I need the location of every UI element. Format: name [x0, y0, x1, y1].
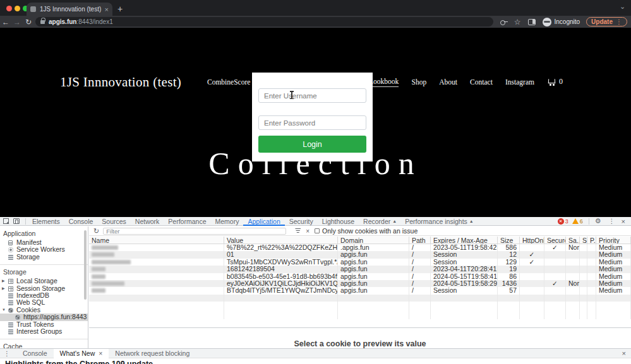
cookie-row[interactable]: %7B%22_rt%22%3A%22DQZFKeZHwD3E8Cmqwmu...…	[89, 244, 631, 251]
forward-icon[interactable]: →	[11, 18, 23, 26]
column-header-p[interactable]: P..	[587, 237, 596, 244]
devtools-tab-recorder[interactable]: Recorder	[359, 217, 395, 226]
cart-button[interactable]: 0	[548, 77, 563, 86]
column-header-sa[interactable]: Sa...	[566, 237, 580, 244]
password-key-icon[interactable]	[500, 18, 508, 26]
error-badge-icon[interactable]: ✕	[558, 218, 564, 225]
cookie-cell	[544, 273, 566, 280]
empty-cell	[431, 302, 498, 319]
page-title: 1JS Innnovation (test)	[60, 74, 181, 90]
devtools-tab-console[interactable]: Console	[64, 217, 98, 226]
cookie-cell: apgis.fun	[338, 280, 409, 287]
window-close-button[interactable]	[6, 6, 12, 11]
bookmark-star-icon[interactable]: ☆	[514, 18, 521, 26]
refresh-icon[interactable]: ↻	[93, 227, 99, 235]
sidebar-scrollbar[interactable]	[84, 230, 87, 300]
cookie-filter-input[interactable]	[103, 228, 286, 235]
browser-tab[interactable]: 1JS Innnovation (test) ×	[27, 3, 112, 16]
settings-gear-icon[interactable]: ⚙	[595, 217, 601, 225]
drawer-tab-console[interactable]: Console	[16, 349, 54, 358]
cookie-row[interactable]: TsMpui-1MbCXDVWyS2wRnTTvgpl.*AAJTSQACMDE…	[89, 259, 631, 266]
chevron-right-icon[interactable]: ▶	[2, 278, 5, 285]
column-header-size[interactable]: Size	[498, 237, 520, 244]
cookie-cell	[566, 273, 580, 280]
browser-menu-icon[interactable]: ⋮	[616, 18, 622, 25]
error-count: 3	[565, 218, 568, 225]
chevron-right-icon[interactable]: ▶	[2, 285, 5, 292]
only-issue-checkbox[interactable]	[315, 228, 320, 233]
column-header-value[interactable]: Value	[224, 237, 338, 244]
devtools-tab-application[interactable]: Application	[243, 217, 284, 226]
cookie-row[interactable]: 1681242189504apgis.fun/2023-04-11T20:28:…	[89, 266, 631, 273]
cookie-row[interactable]: BTdqb4lTYj5/MTE1YWQwZTJmNDcyN2MxNjBkOTFm…	[89, 287, 631, 294]
column-header-s[interactable]: S..	[580, 237, 587, 244]
lock-icon[interactable]	[40, 20, 45, 24]
redacted-name	[92, 260, 131, 264]
tab-close-icon[interactable]: ×	[105, 6, 109, 13]
chevron-down-icon[interactable]: ▼	[2, 307, 6, 314]
cookie-row[interactable]: 01apgis.fun/Session12✓Medium	[89, 251, 631, 258]
drawer-tab-network-request-blocking[interactable]: Network request blocking	[109, 349, 196, 358]
sidebar-item-storage[interactable]: Storage	[0, 254, 88, 261]
nav-link-shop[interactable]: Shop	[411, 78, 426, 87]
column-header-path[interactable]: Path	[409, 237, 431, 244]
login-button[interactable]: Login	[258, 136, 366, 153]
column-header-domain[interactable]: Domain	[338, 237, 409, 244]
devtools-tab-memory[interactable]: Memory	[210, 217, 243, 226]
sidebar-item-web-sql[interactable]: Web SQL	[0, 299, 88, 306]
sidebar-item-service-workers[interactable]: Service Workers	[0, 246, 88, 253]
address-bar[interactable]: apgis.fun:8443/index1	[35, 17, 493, 26]
window-minimize-button[interactable]	[15, 6, 20, 11]
devtools-menu-icon[interactable]: ⋮	[609, 218, 615, 225]
sidebar-item-interest-groups[interactable]: Interest Groups	[0, 328, 88, 335]
devtools-tab-performance[interactable]: Performance	[164, 217, 210, 226]
devtools-tab-performance-insights[interactable]: Performance insights	[400, 217, 472, 226]
back-icon[interactable]: ←	[0, 18, 11, 26]
devtools-tab-lighthouse[interactable]: Lighthouse	[318, 217, 359, 226]
cookies-toolbar: ↻ × Only show cookies with an issue	[89, 226, 631, 236]
drawer-close-icon[interactable]: ×	[622, 349, 631, 357]
reload-icon[interactable]: ↻	[23, 18, 34, 26]
drawer-tab-close-icon[interactable]: ×	[99, 349, 102, 357]
devtools-close-icon[interactable]: ×	[622, 218, 625, 225]
devtools-tab-sources[interactable]: Sources	[97, 217, 131, 226]
column-header-secure[interactable]: Secure	[544, 237, 566, 244]
db-icon	[8, 300, 13, 305]
cookie-name-cell	[89, 280, 224, 287]
password-input[interactable]	[258, 115, 366, 130]
devtools-tab-security[interactable]: Security	[285, 217, 318, 226]
devtools-tabs: ElementsConsoleSourcesNetworkPerformance…	[28, 217, 478, 226]
cookie-cell: 2023-04-11T20:28:41.000Z	[431, 266, 498, 273]
cookie-row[interactable]: b083545b-e503-45e1-91d8-bb693b4ff601|168…	[89, 273, 631, 280]
column-header-priority[interactable]: Priority	[596, 237, 631, 244]
device-toolbar-icon[interactable]	[13, 218, 20, 224]
devtools-tab-elements[interactable]: Elements	[28, 217, 64, 226]
nav-link-instagram[interactable]: Instagram	[505, 78, 534, 87]
cookie-cell: 1681242189504	[224, 266, 338, 273]
filter-funnel-icon[interactable]	[295, 228, 301, 233]
login-panel: Login	[252, 73, 373, 161]
nav-link-combinescore[interactable]: CombineScore	[207, 78, 250, 87]
devtools-tab-network[interactable]: Network	[131, 217, 164, 226]
column-header-httponly[interactable]: HttpOnly	[520, 237, 544, 244]
sidebar-item-local-storage[interactable]: ▶Local Storage	[0, 278, 88, 285]
side-panel-icon[interactable]	[528, 19, 536, 25]
username-input[interactable]	[258, 88, 366, 103]
nav-link-contact[interactable]: Contact	[470, 78, 493, 87]
tab-search-chevron-icon[interactable]: ⌄	[620, 3, 625, 11]
update-button[interactable]: Update⋮	[586, 17, 627, 26]
new-tab-button[interactable]: +	[117, 3, 123, 15]
drawer-menu-icon[interactable]: ⋮	[4, 350, 10, 357]
cookies-table: NameValueDomainPathExpires / Max-AgeSize…	[89, 237, 631, 319]
sidebar-item-https-apgis-fun-8443[interactable]: https://apgis.fun:8443	[0, 314, 88, 320]
nav-link-lookbook[interactable]: Lookbook	[369, 78, 399, 87]
warning-badge-icon[interactable]	[572, 218, 579, 224]
cookie-row[interactable]: eyJ0eXAiOiJKV1QiLCJjdHkiOiJKV1QiLCJhbGci…	[89, 280, 631, 287]
inspect-element-icon[interactable]	[3, 218, 9, 224]
column-header-expires-max-age[interactable]: Expires / Max-Age	[431, 237, 498, 244]
clear-filter-icon[interactable]: ×	[306, 228, 309, 235]
cookie-cell: apgis.fun	[338, 251, 409, 258]
nav-link-about[interactable]: About	[439, 78, 457, 87]
column-header-name[interactable]: Name	[89, 237, 224, 244]
drawer-tab-what-s-new[interactable]: What's New×	[54, 349, 109, 358]
